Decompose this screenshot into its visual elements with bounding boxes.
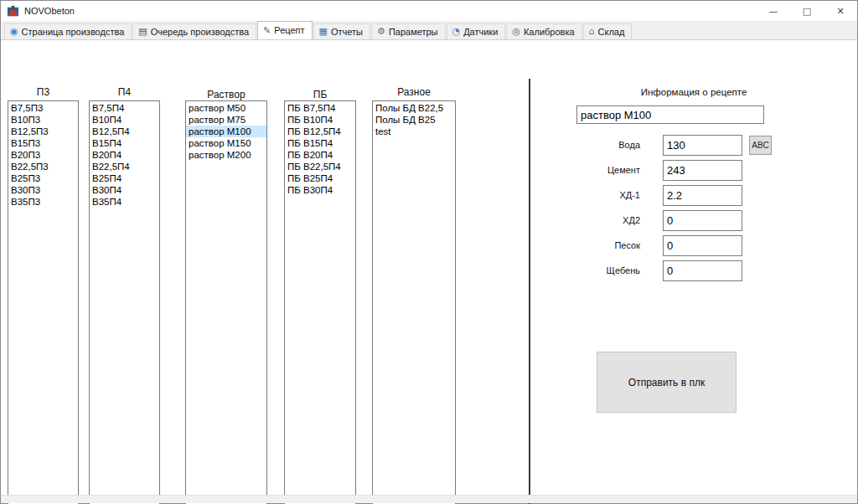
field-input-pesok[interactable] (663, 235, 742, 256)
field-label-cement: Цемент (554, 160, 640, 180)
send-to-plc-button[interactable]: Отправить в плк (597, 352, 737, 413)
tab-sensors[interactable]: ◔Датчики (447, 23, 506, 39)
list-item[interactable]: В22,5П3 (8, 161, 78, 172)
production-queue-icon: ▤ (138, 27, 147, 36)
list-item[interactable]: ПБ В7,5П4 (285, 102, 355, 114)
tab-label: Датчики (463, 27, 498, 37)
calibration-icon: ◎ (512, 27, 520, 36)
tab-calibration[interactable]: ◎Калибровка (506, 23, 581, 39)
list-item[interactable]: раствор М150 (186, 137, 266, 149)
list-item[interactable]: В10П4 (90, 114, 159, 126)
tab-label: Страница производства (22, 27, 125, 37)
field-input-voda[interactable] (663, 135, 742, 156)
reports-icon: ▦ (319, 27, 328, 36)
list-title-pb: ПБ (284, 89, 356, 100)
list-title-raznoe: Разное (372, 86, 456, 98)
list-item[interactable]: В25П3 (8, 172, 78, 184)
recipe-icon: ✎ (263, 26, 271, 35)
field-label-hd2: ХД2 (554, 210, 640, 230)
close-icon: ✕ (836, 6, 844, 17)
maximize-button[interactable]: □ (790, 1, 824, 21)
minimize-button[interactable]: — (757, 1, 790, 21)
list-item[interactable]: В30П3 (8, 184, 78, 196)
main-content: П3 В7,5П3В10П3В12,5П3В15П3В20П3В22,5П3В2… (1, 39, 857, 495)
tab-label: Отчеты (331, 27, 363, 37)
listbox-pb[interactable]: ПБ В7,5П4ПБ В10П4ПБ В12,5П4ПБ В15П4ПБ В2… (284, 100, 356, 504)
tab-strip: ◉Страница производства▤Очередь производс… (1, 21, 857, 39)
list-item[interactable]: ПБ В15П4 (285, 137, 355, 149)
vertical-divider (529, 79, 530, 504)
field-label-pesok: Песок (554, 235, 640, 255)
window-bottom-bar (1, 495, 857, 503)
field-input-cement[interactable] (663, 160, 742, 181)
recipe-panel-title: Информация о рецепте (530, 87, 857, 97)
list-item[interactable]: ПБ В10П4 (285, 114, 355, 126)
list-item[interactable]: В15П3 (8, 137, 78, 149)
list-item[interactable]: В30П4 (90, 184, 159, 196)
list-item[interactable]: В22,5П4 (90, 161, 159, 172)
list-item[interactable]: ПБ В20П4 (285, 149, 355, 161)
list-item[interactable]: ПБ В22,5П4 (285, 161, 355, 172)
list-item[interactable]: ПБ В25П4 (285, 172, 355, 184)
titlebar: NOVObeton — □ ✕ (1, 1, 857, 21)
list-item[interactable]: раствор М200 (186, 149, 266, 161)
window-controls: — □ ✕ (757, 1, 857, 21)
window-title: NOVObeton (24, 6, 75, 16)
field-input-hd2[interactable] (663, 210, 742, 231)
tab-label: Параметры (389, 27, 438, 37)
list-item[interactable]: В10П3 (8, 114, 78, 126)
list-item[interactable]: test (373, 126, 455, 137)
parameters-gear-icon: ⚙ (377, 27, 385, 36)
list-item[interactable]: В7,5П4 (90, 102, 159, 114)
list-item[interactable]: В12,5П3 (8, 126, 78, 137)
list-item[interactable]: В35П4 (90, 196, 159, 208)
minimize-icon: — (769, 6, 778, 17)
list-item[interactable]: В15П4 (90, 137, 159, 149)
list-item[interactable]: В25П4 (90, 172, 159, 184)
list-title-p3: П3 (8, 86, 79, 98)
field-label-voda: Вода (554, 135, 640, 155)
list-item[interactable]: ПБ В30П4 (285, 184, 355, 196)
tab-parameters[interactable]: ⚙Параметры (371, 23, 446, 39)
tab-label: Склад (598, 27, 625, 37)
list-item[interactable]: В35П3 (8, 196, 78, 208)
list-item[interactable]: В7,5П3 (8, 102, 78, 114)
production-page-icon: ◉ (10, 27, 18, 36)
tab-production-queue[interactable]: ▤Очередь производства (132, 23, 256, 39)
list-title-p4: П4 (89, 86, 160, 98)
tab-label: Очередь производства (151, 27, 249, 37)
abc-button[interactable]: ABC (749, 136, 772, 155)
app-icon (7, 5, 19, 18)
sensors-icon: ◔ (452, 27, 461, 36)
tab-reports[interactable]: ▦Отчеты (313, 23, 370, 39)
list-item[interactable]: раствор М75 (186, 114, 266, 126)
close-button[interactable]: ✕ (824, 1, 857, 21)
listbox-rastvor[interactable]: раствор М50раствор М75раствор М100раство… (185, 100, 267, 504)
list-item[interactable]: В20П4 (90, 149, 159, 161)
tab-recipe[interactable]: ✎Рецепт (257, 21, 312, 39)
field-input-hd1[interactable] (663, 185, 742, 206)
listbox-p4[interactable]: В7,5П4В10П4В12,5П4В15П4В20П4В22,5П4В25П4… (89, 100, 160, 504)
maximize-icon: □ (803, 6, 811, 17)
tab-label: Калибровка (524, 27, 575, 37)
app-window: NOVObeton — □ ✕ ◉Страница производства▤О… (0, 0, 858, 504)
list-item[interactable]: ПБ В12,5П4 (285, 126, 355, 137)
list-item[interactable]: раствор М50 (186, 102, 266, 114)
field-label-scheben: Щебень (554, 260, 640, 280)
list-item[interactable]: В20П3 (8, 149, 78, 161)
field-input-scheben[interactable] (663, 260, 742, 281)
tab-production-page[interactable]: ◉Страница производства (4, 23, 132, 39)
tab-label: Рецепт (274, 25, 304, 35)
list-item[interactable]: Полы БД В22,5 (373, 102, 455, 114)
listbox-raznoe[interactable]: Полы БД В22,5Полы БД В25test (372, 100, 456, 504)
list-item[interactable]: В12,5П4 (90, 126, 159, 137)
tab-warehouse[interactable]: ⌂Склад (583, 23, 633, 39)
list-item[interactable]: раствор М100 (186, 126, 266, 137)
listbox-p3[interactable]: В7,5П3В10П3В12,5П3В15П3В20П3В22,5П3В25П3… (8, 100, 79, 504)
list-title-rastvor: Раствор (185, 89, 267, 100)
warehouse-icon: ⌂ (589, 27, 595, 36)
field-label-hd1: ХД-1 (554, 185, 640, 205)
list-item[interactable]: Полы БД В25 (373, 114, 455, 126)
recipe-name-input[interactable] (576, 105, 764, 124)
